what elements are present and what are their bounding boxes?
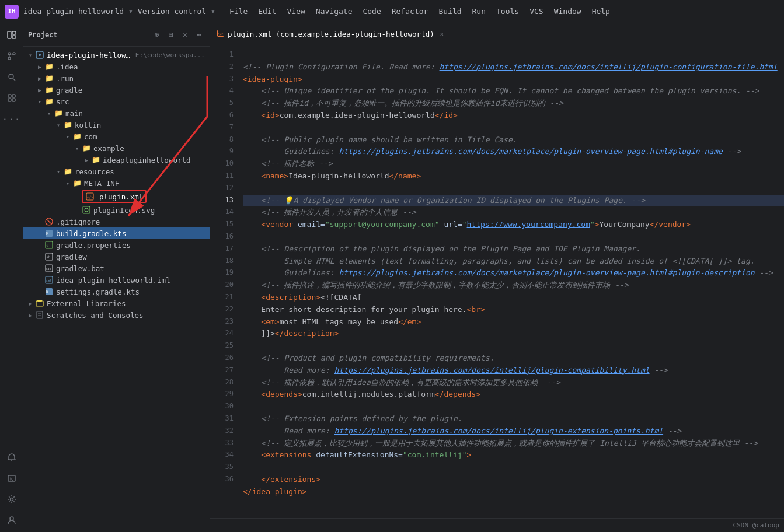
code-editor[interactable]: 1 2 3 4 5 6 7 8 9 10 11 12 13 14 15 16 1… [210,44,784,518]
folder-icon-com: 📁 [72,132,82,141]
link-plugin-name[interactable]: https://plugins.jetbrains.com/docs/marke… [339,147,722,156]
bat-icon-gradlew: sh [44,252,54,261]
ln-20: 20 [210,279,234,292]
ln-11: 11 [210,170,234,183]
tree-label-gradlew-bat: gradlew.bat [56,264,104,273]
tree-item-ideapluginhelloworld[interactable]: ▶ 📁 ideapluginhelloworld [23,154,210,166]
menu-help[interactable]: Help [587,5,615,18]
svg-text:</>: </> [218,32,224,36]
activity-notifications-icon[interactable] [2,448,21,467]
project-selector[interactable]: idea-plugin-helloworld ▾ [23,7,133,16]
menu-vcs[interactable]: VCS [525,5,548,18]
link-extension-points[interactable]: https://plugins.jetbrains.com/docs/intel… [334,426,664,435]
add-button[interactable]: ⊕ [151,29,163,41]
tree-item-gradle[interactable]: ▶ 📁 gradle [23,84,210,96]
line-numbers: 1 2 3 4 5 6 7 8 9 10 11 12 13 14 15 16 1… [210,44,238,518]
code-line-4: <!-- Unique identifier of the plugin. It… [243,85,784,97]
tree-item-plugin-xml[interactable]: ▶ </> plugin.xml [23,189,210,204]
tree-label-gradle: gradle [56,86,82,94]
activity-terminal-icon[interactable] [2,469,21,488]
menu-code[interactable]: Code [358,5,385,18]
code-line-22: Enter short description for your plugin … [243,304,784,316]
tree-item-iml[interactable]: ▶ iml idea-plugin-helloworld.iml [23,274,210,286]
menu-window[interactable]: Window [549,5,586,18]
tree-arrow-example: ▾ [72,145,82,152]
tree-item-main[interactable]: ▾ 📁 main [23,107,210,119]
code-content[interactable]: <!-- Plugin Configuration File. Read mor… [238,44,784,518]
activity-plugin-icon[interactable] [2,89,21,107]
scratches-icon [35,310,44,320]
code-line-3: <idea-plugin> [243,74,784,86]
ln-31: 31 [210,413,234,425]
tree-item-meta-inf[interactable]: ▾ 📁 META-INF [23,177,210,189]
folder-icon-src: 📁 [44,97,54,106]
activity-person-icon[interactable] [2,511,21,530]
menu-file[interactable]: File [225,5,252,18]
ln-22: 22 [210,304,234,316]
svg-rect-37 [36,301,43,306]
svg-text:sh: sh [46,255,51,259]
tree-item-scratches[interactable]: ▶ Scratches and Consoles [23,309,210,321]
tree-item-settings-gradle-kts[interactable]: ▶ K settings.gradle.kts [23,286,210,298]
close-panel-button[interactable]: ✕ [179,29,191,41]
menu-tools[interactable]: Tools [492,5,524,18]
menu-navigate[interactable]: Navigate [311,5,357,18]
tree-item-root[interactable]: ▾ idea-plugin-helloworld E:\code\workspa… [23,49,210,61]
link-compatibility[interactable]: https://plugins.jetbrains.com/docs/intel… [334,366,650,374]
tree-label-run: .run [56,74,74,83]
tree-item-pluginicon-svg[interactable]: ▶ pluginIcon.svg [23,204,210,216]
menu-build[interactable]: Build [434,5,466,18]
tree-item-run[interactable]: ▶ 📁 .run [23,72,210,84]
tree-item-gitignore[interactable]: ▶ .gitignore [23,216,210,228]
ln-30: 30 [210,401,234,413]
activity-search-icon[interactable] [2,68,21,86]
vcs-selector[interactable]: Version control ▾ [138,7,215,16]
tree-arrow-gradle: ▶ [35,87,44,93]
collapse-button[interactable]: ⊟ [165,29,177,41]
tree-item-gradlew[interactable]: ▶ sh gradlew [23,251,210,262]
link-config-file[interactable]: https://plugins.jetbrains.com/docs/intel… [440,62,778,71]
ln-12: 12 [210,183,234,195]
tree-item-example[interactable]: ▾ 📁 example [23,142,210,154]
menu-edit[interactable]: Edit [253,5,281,18]
tree-item-src[interactable]: ▾ 📁 src [23,96,210,107]
ln-24: 24 [210,328,234,340]
tab-close-plugin-xml[interactable]: × [438,30,446,38]
menu-run[interactable]: Run [468,5,490,18]
activity-project-icon[interactable] [2,26,21,44]
activity-more-icon[interactable]: ··· [2,110,21,128]
ln-5: 5 [210,97,234,110]
project-panel-header: Project ⊕ ⊟ ✕ ⋯ [23,23,210,47]
folder-icon-main: 📁 [54,108,63,118]
code-line-34: <extensions defaultExtensionNs="com.inte… [243,449,784,461]
menu-view[interactable]: View [283,5,310,18]
code-line-9: Guidelines: https://plugins.jetbrains.co… [243,146,784,158]
tree-label-src: src [56,97,69,106]
activity-git-icon[interactable] [2,47,21,65]
tree-item-resources[interactable]: ▾ 📁 resources [23,166,210,177]
link-plugin-description[interactable]: https://plugins.jetbrains.com/docs/marke… [339,268,754,277]
code-line-6: <id>com.example.idea-plugin-helloworld</… [243,110,784,122]
code-line-23: <em>most HTML tags may be used</em> [243,316,784,328]
tree-item-idea[interactable]: ▶ 📁 .idea [23,61,210,72]
ln-27: 27 [210,365,234,377]
menu-refactor[interactable]: Refactor [387,5,433,18]
tree-item-external-libraries[interactable]: ▶ External Libraries [23,298,210,309]
tree-item-gradlew-bat[interactable]: ▶ bat gradlew.bat [23,262,210,274]
ln-7: 7 [210,122,234,134]
tree-item-build-gradle-kts[interactable]: ▶ K build.gradle.kts [23,228,210,239]
code-line-26: <!-- Product and plugin compatibility re… [243,352,784,365]
code-line-20: <!-- 插件描述，编写插件的功能介绍，有最少字数限制，字数不能太少，否则不能正… [243,279,784,292]
tree-label-resources: resources [75,167,114,176]
tree-item-gradle-properties[interactable]: ▶ G gradle.properties [23,239,210,251]
tree-item-com[interactable]: ▾ 📁 com [23,131,210,142]
editor-tab-plugin-xml[interactable]: </> plugin.xml (com.example.idea-plugin-… [210,24,454,44]
svg-text:iml: iml [46,279,52,282]
tree-label-build-gradle-kts: build.gradle.kts [56,229,126,238]
activity-settings-icon[interactable] [2,490,21,509]
more-options-button[interactable]: ⋯ [193,29,205,41]
tree-item-kotlin[interactable]: ▾ 📁 kotlin [23,119,210,131]
link-yourcompany[interactable]: https://www.yourcompany.com [467,220,590,229]
ln-9: 9 [210,146,234,158]
code-line-37: </idea-plugin> [243,486,784,498]
